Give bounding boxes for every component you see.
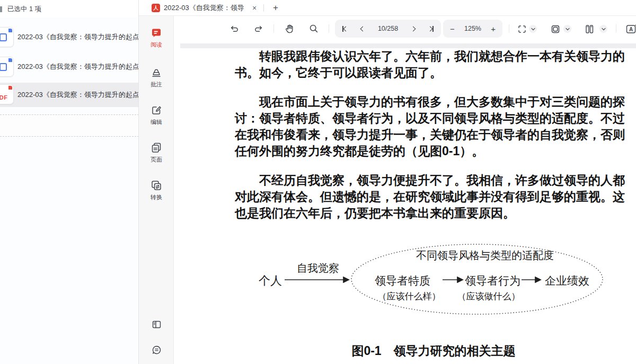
- toolbar-separator: [616, 24, 616, 33]
- tab-separator: [263, 4, 264, 12]
- feedback-button[interactable]: [139, 344, 174, 358]
- redo-icon: [253, 23, 264, 34]
- figure-node-trait: 领导者特质: [375, 273, 430, 288]
- fit-page-button[interactable]: [550, 23, 561, 35]
- zoom-in-button[interactable]: +: [491, 25, 496, 33]
- sidebar-item-label: 批注: [139, 81, 174, 88]
- pdf-badge-label: PDF: [0, 94, 8, 101]
- selection-status-bar: 已选中 1 项: [0, 0, 139, 17]
- tab-close-icon[interactable]: ×: [252, 4, 257, 12]
- convert-icon: [150, 179, 163, 192]
- folded-corner-icon: [8, 58, 12, 62]
- folded-corner-icon: [8, 86, 12, 90]
- figure-graphics: [259, 236, 630, 332]
- a-plus-tool-icon: A: [625, 22, 636, 35]
- figure-trait-note: （应该什么样）: [356, 290, 462, 303]
- figure-top-label: 不同领导风格与类型的适配度: [405, 248, 564, 263]
- sidebar-item-label: 阅读: [139, 41, 174, 49]
- sidebar-item-label: 编辑: [139, 118, 174, 126]
- file-list-item[interactable]: 2022-03《自我觉察：领导力提升的起点与终点: [0, 25, 139, 49]
- fullscreen-dropdown-button[interactable]: [529, 25, 537, 33]
- folded-corner-icon: [8, 29, 12, 32]
- sidebar-item-label: 页面: [139, 156, 174, 164]
- new-tab-button[interactable]: +: [269, 2, 282, 14]
- search-icon: [308, 23, 320, 34]
- pdf-file-icon: PDF: [0, 84, 14, 104]
- previous-page-button[interactable]: [361, 23, 365, 34]
- fullscreen-icon: [517, 24, 527, 34]
- chevron-right-icon: [411, 26, 416, 31]
- panel-toggle-icon: [151, 319, 162, 330]
- toolbar-separator: [329, 24, 329, 33]
- fit-page-dropdown-button[interactable]: [563, 25, 571, 33]
- undo-button[interactable]: [228, 23, 240, 34]
- text-tools-button[interactable]: A: [625, 23, 636, 34]
- panel-toggle-button[interactable]: [139, 319, 174, 332]
- pdf-logo-icon: 人: [152, 4, 160, 12]
- file-name: 2022-03《自我觉察：领导力提升的起点与终点: [17, 90, 139, 100]
- file-name: 2022-03《自我觉察：领导力提升的起点与终点: [17, 62, 139, 72]
- fit-page-icon: [550, 24, 561, 34]
- two-page-layout-icon: [584, 24, 595, 34]
- file-list-item[interactable]: 2022-03《自我觉察：领导力提升的起点与终点: [0, 55, 139, 78]
- page-navigation: 10/258: [335, 20, 441, 38]
- sidebar-item-label: 转换: [139, 193, 174, 201]
- feedback-icon: [151, 344, 162, 356]
- sidebar-item-edit[interactable]: 编辑: [139, 104, 174, 126]
- doc-glyph-icon: [0, 33, 7, 41]
- doc-file-icon: [0, 57, 14, 77]
- undo-icon: [228, 23, 240, 34]
- zoom-level[interactable]: 125%: [464, 25, 481, 32]
- page-layout-button[interactable]: [584, 23, 595, 35]
- read-icon: [150, 26, 163, 39]
- page-gap: [180, 43, 636, 48]
- sidebar-item-convert[interactable]: 转换: [139, 179, 174, 201]
- document-tab[interactable]: 人 2022-03《自我觉察：领导力... ×: [152, 0, 257, 16]
- hand-tool-button[interactable]: [284, 23, 295, 34]
- sidebar-item-read[interactable]: 阅读: [139, 26, 174, 49]
- chevron-down-icon: [531, 28, 535, 31]
- fullscreen-button[interactable]: [516, 23, 528, 35]
- first-page-button[interactable]: [342, 23, 348, 34]
- search-button[interactable]: [308, 23, 320, 34]
- annotate-icon: [150, 66, 163, 79]
- figure-behavior-note: （应该做什么）: [436, 290, 542, 303]
- chevron-left-icon: [360, 26, 365, 31]
- clipped-text-fragment: [0, 6, 2, 12]
- file-list-item-selected[interactable]: PDF 2022-03《自我觉察：领导力提升的起点与终点: [0, 83, 139, 107]
- figure-arrow-label: 自我觉察: [276, 261, 360, 276]
- app-window: 已选中 1 项 2022-03《自我觉察：领导力提升的起点与终点 2022-03…: [0, 0, 636, 364]
- page-body-text: 转眼我跟伟俊认识六年了。六年前，我们就想合作一本有关领导力的书。如今，它终于可以…: [235, 48, 625, 234]
- figure-node-behavior: 领导者行为: [465, 273, 520, 288]
- zoom-control: − 125% +: [443, 20, 502, 38]
- sidebar-item-pages[interactable]: 页面: [139, 141, 174, 164]
- hand-icon: [284, 23, 295, 34]
- last-page-button[interactable]: [428, 23, 434, 34]
- edit-icon: [150, 104, 163, 117]
- pdf-toolbar: 10/258 − 125% +: [174, 16, 636, 41]
- figure-caption: 图0-1 领导力研究的相关主题: [328, 343, 540, 359]
- chevron-right-icon: [428, 26, 433, 31]
- empty-row-placeholder: [0, 114, 139, 137]
- toolbar-separator: [509, 24, 509, 33]
- dotted-ellipse: [351, 244, 603, 314]
- page-indicator[interactable]: 10/258: [378, 25, 398, 32]
- doc-file-icon: [0, 27, 14, 47]
- sidebar-item-annotate[interactable]: 批注: [139, 66, 174, 88]
- pages-icon: [150, 141, 163, 154]
- next-page-button[interactable]: [411, 23, 415, 34]
- paragraph: 现在市面上关于领导力的书有很多，但大多数集中于对三类问题的探讨：领导者特质、领导…: [235, 94, 625, 159]
- tab-bar: 人 2022-03《自我觉察：领导力... × +: [139, 0, 636, 16]
- mode-sidebar: 阅读 批注 编辑 页面: [139, 16, 174, 364]
- redo-button[interactable]: [253, 23, 264, 34]
- toolbar-separator: [273, 24, 274, 33]
- page-layout-dropdown-button[interactable]: [599, 25, 607, 33]
- selection-count-label: 已选中 1 项: [7, 5, 41, 14]
- pdf-page-viewport[interactable]: 转眼我跟伟俊认识六年了。六年前，我们就想合作一本有关领导力的书。如今，它终于可以…: [174, 41, 636, 364]
- doc-glyph-icon: [0, 63, 7, 71]
- chevron-left-icon: [343, 26, 348, 31]
- zoom-out-button[interactable]: −: [450, 25, 455, 33]
- chevron-down-icon: [602, 28, 606, 31]
- paragraph: 转眼我跟伟俊认识六年了。六年前，我们就想合作一本有关领导力的书。如今，它终于可以…: [235, 48, 625, 81]
- svg-text:A: A: [629, 26, 633, 32]
